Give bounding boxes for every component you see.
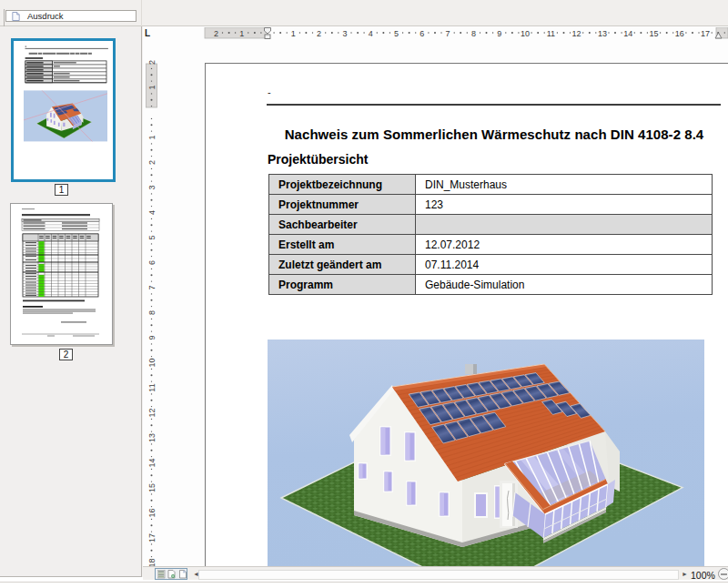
svg-text:2: 2	[317, 29, 321, 38]
svg-text:17: 17	[147, 533, 157, 542]
svg-text:13: 13	[598, 29, 607, 38]
svg-text:3: 3	[342, 29, 347, 38]
svg-text:16: 16	[675, 29, 684, 38]
svg-text:2: 2	[147, 160, 157, 165]
svg-text:2: 2	[147, 60, 157, 65]
svg-text:10: 10	[147, 358, 157, 367]
svg-text:1: 1	[147, 85, 157, 89]
svg-text:17: 17	[701, 29, 710, 38]
svg-text:10: 10	[521, 29, 530, 38]
svg-text:7: 7	[147, 285, 157, 289]
svg-text:3: 3	[147, 185, 157, 189]
svg-text:9: 9	[147, 335, 157, 340]
svg-text:14: 14	[147, 458, 157, 467]
svg-text:8: 8	[147, 310, 157, 315]
svg-text:9: 9	[497, 29, 501, 38]
svg-text:13: 13	[147, 433, 157, 442]
svg-text:12: 12	[147, 408, 157, 417]
svg-text:4: 4	[369, 29, 373, 38]
svg-text:16: 16	[147, 508, 157, 517]
svg-text:6: 6	[420, 29, 424, 38]
svg-text:1: 1	[239, 29, 244, 38]
svg-text:2: 2	[214, 29, 218, 38]
svg-text:1: 1	[147, 135, 157, 139]
svg-text:4: 4	[147, 210, 157, 215]
svg-text:15: 15	[147, 483, 157, 492]
svg-text:12: 12	[572, 29, 581, 38]
svg-text:6: 6	[147, 260, 157, 265]
svg-text:5: 5	[394, 29, 399, 38]
svg-text:8: 8	[471, 29, 476, 38]
svg-text:11: 11	[547, 29, 555, 38]
svg-text:18: 18	[147, 558, 157, 566]
svg-text:5: 5	[147, 235, 157, 239]
svg-text:14: 14	[623, 29, 632, 38]
svg-text:15: 15	[649, 29, 658, 38]
svg-text:1: 1	[291, 29, 296, 38]
svg-text:7: 7	[446, 29, 450, 38]
svg-text:11: 11	[147, 383, 157, 391]
